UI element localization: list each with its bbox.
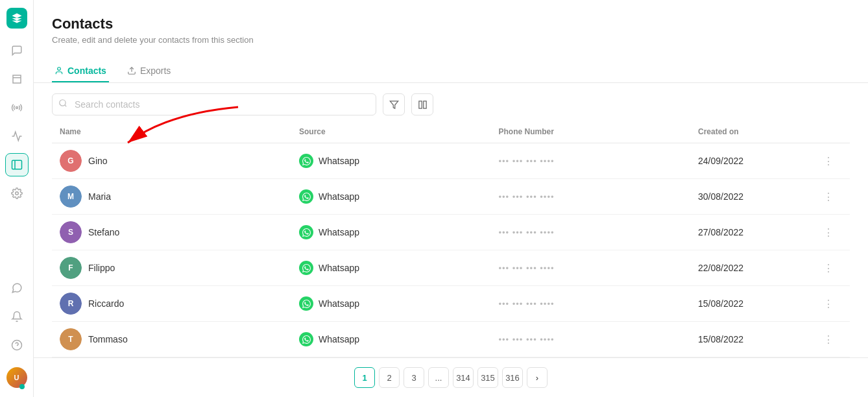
whatsapp-icon — [299, 154, 313, 168]
online-indicator — [19, 384, 25, 389]
created-date: 30/08/2022 — [698, 191, 743, 202]
contact-created-cell: 24/09/2022 — [690, 143, 810, 179]
contact-actions-cell: ⋮ — [810, 322, 850, 357]
search-input[interactable] — [52, 93, 376, 115]
columns-button[interactable] — [411, 93, 433, 115]
whatsapp-icon — [299, 225, 313, 239]
page-subtitle: Create, edit and delete your contacts fr… — [52, 35, 850, 45]
svg-point-0 — [16, 107, 18, 109]
source-label: Whatsapp — [319, 191, 359, 202]
sidebar-item-chat[interactable] — [5, 39, 29, 62]
contact-phone-cell: ••• ••• ••• •••• — [491, 179, 691, 215]
source-label: Whatsapp — [319, 334, 359, 344]
page-button[interactable]: 314 — [453, 367, 474, 388]
contact-phone-cell: ••• ••• ••• •••• — [491, 215, 691, 250]
contact-phone-cell: ••• ••• ••• •••• — [491, 143, 691, 179]
row-actions-button[interactable]: ⋮ — [818, 224, 839, 241]
svg-marker-9 — [390, 101, 398, 108]
table-row: T Tommaso Whatsapp ••• ••• ••• •••• 15/0… — [52, 322, 850, 357]
filter-button[interactable] — [383, 93, 405, 115]
created-date: 24/09/2022 — [698, 156, 743, 166]
page-button[interactable]: 316 — [502, 367, 523, 388]
phone-number: ••• ••• ••• •••• — [499, 335, 555, 344]
contact-name-cell: G Gino — [52, 143, 291, 179]
row-actions-button[interactable]: ⋮ — [818, 188, 839, 206]
col-header-created: Created on — [690, 121, 810, 143]
sidebar-item-settings[interactable] — [5, 182, 29, 205]
table-row: F Filippo Whatsapp ••• ••• ••• •••• 22/0… — [52, 250, 850, 286]
contact-actions-cell: ⋮ — [810, 250, 850, 286]
sidebar-item-inbox[interactable] — [5, 67, 29, 91]
contact-created-cell: 15/08/2022 — [690, 322, 810, 357]
phone-number: ••• ••• ••• •••• — [499, 192, 555, 202]
contact-source-cell: Whatsapp — [291, 286, 491, 322]
contact-source-cell: Whatsapp — [291, 250, 491, 286]
toolbar — [34, 83, 868, 121]
row-actions-button[interactable]: ⋮ — [818, 259, 839, 277]
tab-bar: Contacts Exports — [34, 50, 868, 83]
tab-exports[interactable]: Exports — [125, 60, 173, 82]
table-row: M Maria Whatsapp ••• ••• ••• •••• 30/08/… — [52, 179, 850, 215]
contact-name: Riccardo — [88, 298, 124, 309]
contact-name-cell: S Stefano — [52, 215, 291, 250]
contact-name: Filippo — [88, 263, 115, 273]
svg-rect-1 — [12, 160, 21, 169]
whatsapp-icon — [299, 261, 313, 275]
row-actions-button[interactable]: ⋮ — [818, 331, 839, 348]
main-content: Contacts Create, edit and delete your co… — [34, 0, 868, 397]
sidebar-item-broadcast[interactable] — [5, 96, 29, 119]
contact-phone-cell: ••• ••• ••• •••• — [491, 250, 691, 286]
sidebar-item-contacts[interactable] — [5, 153, 29, 176]
contact-source-cell: Whatsapp — [291, 322, 491, 357]
sidebar-item-analytics[interactable] — [5, 125, 29, 148]
col-header-phone: Phone Number — [491, 121, 691, 143]
contact-phone-cell: ••• ••• ••• •••• — [491, 286, 691, 322]
app-logo — [6, 8, 27, 29]
phone-number: ••• ••• ••• •••• — [499, 263, 555, 273]
page-button[interactable]: ... — [428, 367, 449, 388]
search-icon — [58, 99, 67, 110]
page-button[interactable]: 1 — [354, 367, 375, 388]
svg-rect-11 — [423, 101, 426, 108]
contact-name-cell: R Riccardo — [52, 286, 291, 322]
svg-rect-10 — [418, 101, 421, 108]
sidebar: U — [0, 0, 34, 397]
phone-number: ••• ••• ••• •••• — [499, 299, 555, 309]
whatsapp-icon — [299, 332, 313, 346]
source-label: Whatsapp — [319, 227, 359, 237]
contact-created-cell: 30/08/2022 — [690, 179, 810, 215]
table-row: S Stefano Whatsapp ••• ••• ••• •••• 27/0… — [52, 215, 850, 250]
created-date: 22/08/2022 — [698, 263, 743, 273]
page-title: Contacts — [52, 16, 850, 32]
row-actions-button[interactable]: ⋮ — [818, 295, 839, 313]
next-page-button[interactable]: › — [527, 367, 548, 388]
created-date: 15/08/2022 — [698, 334, 743, 344]
page-button[interactable]: 315 — [477, 367, 498, 388]
contact-name: Maria — [88, 191, 111, 202]
contact-phone-cell: ••• ••• ••• •••• — [491, 322, 691, 357]
page-button[interactable]: 3 — [404, 367, 424, 388]
contact-source-cell: Whatsapp — [291, 215, 491, 250]
contact-created-cell: 22/08/2022 — [690, 250, 810, 286]
sidebar-item-help[interactable] — [5, 333, 29, 357]
row-actions-button[interactable]: ⋮ — [818, 152, 839, 170]
table-row: G Gino Whatsapp ••• ••• ••• •••• 24/09/2… — [52, 143, 850, 179]
contact-actions-cell: ⋮ — [810, 143, 850, 179]
svg-point-5 — [58, 67, 61, 71]
sidebar-item-whatsapp[interactable] — [5, 276, 29, 300]
contact-source-cell: Whatsapp — [291, 143, 491, 179]
tab-contacts[interactable]: Contacts — [52, 60, 109, 82]
contact-actions-cell: ⋮ — [810, 286, 850, 322]
page-header: Contacts Create, edit and delete your co… — [34, 0, 868, 45]
page-button[interactable]: 2 — [379, 367, 400, 388]
phone-number: ••• ••• ••• •••• — [499, 156, 555, 166]
whatsapp-icon — [299, 296, 313, 311]
contact-name-cell: T Tommaso — [52, 322, 291, 357]
pagination: 123...314315316› — [34, 357, 868, 397]
contacts-table-container: Name Source Phone Number Created on G Gi… — [34, 121, 868, 357]
col-header-source: Source — [291, 121, 491, 143]
svg-line-8 — [65, 105, 67, 107]
sidebar-item-alerts[interactable] — [5, 305, 29, 328]
contact-name: Stefano — [88, 227, 119, 237]
contact-name: Gino — [88, 156, 108, 166]
